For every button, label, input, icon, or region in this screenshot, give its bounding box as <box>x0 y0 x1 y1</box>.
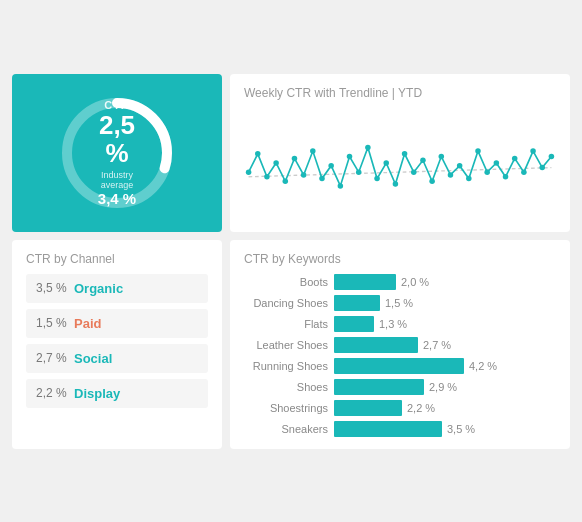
keyword-label: Sneakers <box>244 423 334 435</box>
svg-point-7 <box>283 178 289 184</box>
keyword-bar-wrap: 1,5 % <box>334 295 556 311</box>
svg-point-31 <box>503 174 509 180</box>
keyword-row: Boots 2,0 % <box>244 274 556 290</box>
svg-point-13 <box>338 183 344 189</box>
keyword-bar-wrap: 2,7 % <box>334 337 556 353</box>
svg-point-25 <box>448 172 454 178</box>
keyword-bar <box>334 274 396 290</box>
keywords-title: CTR by Keywords <box>244 252 556 266</box>
svg-point-10 <box>310 148 316 154</box>
channel-name: Display <box>74 386 120 401</box>
svg-point-33 <box>521 169 527 175</box>
keyword-pct: 1,5 % <box>385 297 413 309</box>
svg-point-19 <box>393 181 399 187</box>
keyword-row: Running Shoes 4,2 % <box>244 358 556 374</box>
channel-item: 3,5 % Organic <box>26 274 208 303</box>
svg-point-34 <box>530 148 536 154</box>
channel-name: Social <box>74 351 112 366</box>
dashboard: CTR 2,5 % Industry average 3,4 % Weekly … <box>4 66 578 457</box>
weekly-ctr-chart <box>244 108 556 218</box>
keyword-bar <box>334 379 424 395</box>
svg-point-20 <box>402 151 408 157</box>
keyword-bar-wrap: 3,5 % <box>334 421 556 437</box>
svg-point-11 <box>319 175 325 181</box>
keyword-label: Running Shoes <box>244 360 334 372</box>
svg-point-8 <box>292 155 298 161</box>
svg-point-4 <box>255 151 261 157</box>
keyword-bar-wrap: 4,2 % <box>334 358 556 374</box>
keyword-bar <box>334 358 464 374</box>
svg-point-6 <box>273 160 279 166</box>
weekly-ctr-title: Weekly CTR with Trendline | YTD <box>244 86 556 100</box>
keyword-row: Shoestrings 2,2 % <box>244 400 556 416</box>
svg-point-27 <box>466 175 472 181</box>
svg-point-18 <box>383 160 389 166</box>
keyword-pct: 2,9 % <box>429 381 457 393</box>
keyword-bar <box>334 400 402 416</box>
keyword-bar <box>334 316 374 332</box>
svg-point-23 <box>429 178 435 184</box>
gauge-label: CTR <box>85 98 150 110</box>
keyword-label: Leather Shoes <box>244 339 334 351</box>
keyword-bar-wrap: 2,2 % <box>334 400 556 416</box>
channel-title: CTR by Channel <box>26 252 208 266</box>
keyword-label: Dancing Shoes <box>244 297 334 309</box>
gauge-avg-value: 3,4 % <box>85 190 150 207</box>
channel-card: CTR by Channel 3,5 % Organic 1,5 % Paid … <box>12 240 222 449</box>
line-chart-svg <box>244 108 556 218</box>
keyword-label: Shoestrings <box>244 402 334 414</box>
svg-point-17 <box>374 175 380 181</box>
keyword-row: Flats 1,3 % <box>244 316 556 332</box>
channel-name: Paid <box>74 316 101 331</box>
keyword-bar <box>334 421 442 437</box>
gauge-container: CTR 2,5 % Industry average 3,4 % <box>52 88 182 218</box>
svg-point-15 <box>356 169 362 175</box>
keyword-bar-wrap: 1,3 % <box>334 316 556 332</box>
channel-item: 2,7 % Social <box>26 344 208 373</box>
keyword-pct: 2,7 % <box>423 339 451 351</box>
keyword-pct: 2,0 % <box>401 276 429 288</box>
channel-list: 3,5 % Organic 1,5 % Paid 2,7 % Social 2,… <box>26 274 208 408</box>
svg-point-36 <box>549 153 555 159</box>
keyword-pct: 1,3 % <box>379 318 407 330</box>
svg-point-29 <box>484 169 490 175</box>
keyword-bar <box>334 295 380 311</box>
keyword-bar-wrap: 2,0 % <box>334 274 556 290</box>
channel-item: 1,5 % Paid <box>26 309 208 338</box>
ctr-gauge-card: CTR 2,5 % Industry average 3,4 % <box>12 74 222 232</box>
channel-pct: 1,5 % <box>36 316 74 330</box>
keyword-row: Dancing Shoes 1,5 % <box>244 295 556 311</box>
svg-point-14 <box>347 153 353 159</box>
svg-point-21 <box>411 169 417 175</box>
svg-point-24 <box>439 153 445 159</box>
keyword-row: Leather Shoes 2,7 % <box>244 337 556 353</box>
keyword-bar-wrap: 2,9 % <box>334 379 556 395</box>
svg-point-12 <box>328 163 334 169</box>
keyword-bar <box>334 337 418 353</box>
channel-name: Organic <box>74 281 123 296</box>
keyword-label: Shoes <box>244 381 334 393</box>
keyword-label: Boots <box>244 276 334 288</box>
svg-point-32 <box>512 155 518 161</box>
gauge-avg-label: Industry average <box>85 170 150 190</box>
keyword-pct: 3,5 % <box>447 423 475 435</box>
keywords-card: CTR by Keywords Boots 2,0 % Dancing Shoe… <box>230 240 570 449</box>
svg-point-16 <box>365 144 371 150</box>
keywords-list: Boots 2,0 % Dancing Shoes 1,5 % Flats 1,… <box>244 274 556 437</box>
keyword-row: Shoes 2,9 % <box>244 379 556 395</box>
keyword-pct: 2,2 % <box>407 402 435 414</box>
svg-point-35 <box>539 164 545 170</box>
svg-point-5 <box>264 174 270 180</box>
svg-point-26 <box>457 163 463 169</box>
weekly-ctr-card: Weekly CTR with Trendline | YTD <box>230 74 570 232</box>
svg-point-28 <box>475 148 481 154</box>
channel-pct: 3,5 % <box>36 281 74 295</box>
gauge-value: 2,5 % <box>85 110 150 167</box>
svg-point-30 <box>494 160 500 166</box>
channel-item: 2,2 % Display <box>26 379 208 408</box>
gauge-text: CTR 2,5 % Industry average 3,4 % <box>85 98 150 206</box>
channel-pct: 2,2 % <box>36 386 74 400</box>
keyword-label: Flats <box>244 318 334 330</box>
svg-point-22 <box>420 157 426 163</box>
keyword-pct: 4,2 % <box>469 360 497 372</box>
